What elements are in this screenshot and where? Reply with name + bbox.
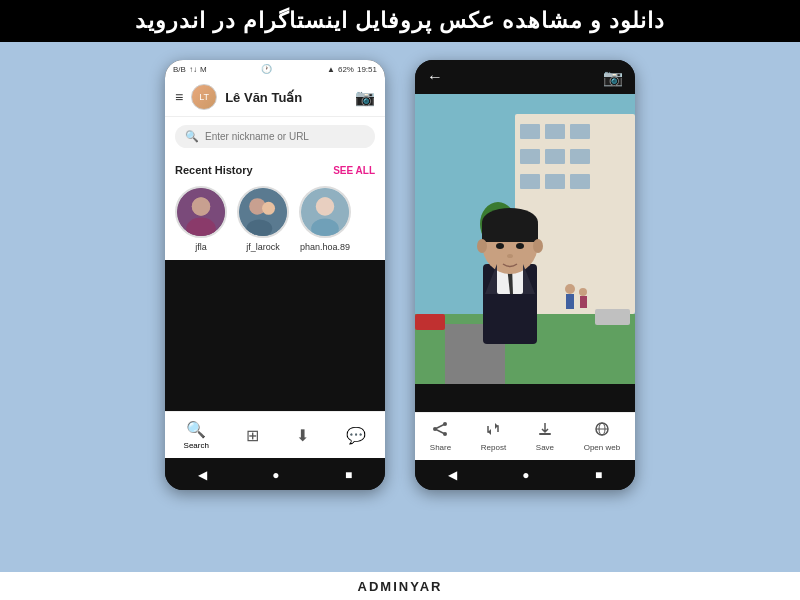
svg-rect-14 — [520, 124, 540, 139]
svg-line-52 — [435, 429, 445, 434]
back-button-left[interactable]: ◀ — [198, 468, 207, 482]
status-icons-right: ▲ 62% 19:51 — [327, 65, 377, 74]
svg-rect-43 — [595, 309, 630, 325]
share-label: Share — [430, 443, 451, 452]
search-nav-label: Search — [184, 441, 209, 450]
svg-rect-47 — [580, 296, 587, 308]
recent-history-label: Recent History — [175, 164, 253, 176]
action-bar-right: Share Repost Save Open web — [415, 412, 635, 460]
username-label: Lê Văn Tuấn — [225, 90, 347, 105]
recents-button-left[interactable]: ■ — [345, 468, 352, 482]
svg-rect-45 — [566, 294, 574, 309]
open-web-action[interactable]: Open web — [584, 421, 620, 452]
web-icon — [594, 421, 610, 441]
svg-line-51 — [435, 424, 445, 429]
menu-icon[interactable]: ≡ — [175, 89, 183, 105]
repost-label: Repost — [481, 443, 506, 452]
time-display: 19:51 — [357, 65, 377, 74]
svg-rect-21 — [545, 174, 565, 189]
page-title: دانلود و مشاهده عکس پروفایل اینستاگرام د… — [0, 0, 800, 42]
recent-history-section: Recent History SEE ALL — [165, 156, 385, 260]
svg-rect-18 — [545, 149, 565, 164]
watermark: ADMINYAR — [0, 572, 800, 600]
nav-search[interactable]: 🔍 Search — [184, 420, 209, 450]
wifi-icon: ▲ — [327, 65, 335, 74]
data-icon: M — [200, 65, 207, 74]
android-nav-right: ◀ ● ■ — [415, 460, 635, 490]
avatar-image — [177, 188, 225, 236]
svg-rect-22 — [570, 174, 590, 189]
search-input[interactable] — [205, 131, 365, 142]
share-action[interactable]: Share — [430, 421, 451, 452]
search-section: 🔍 — [165, 117, 385, 156]
status-bar-left: B/B ↑↓ M 🕐 ▲ 62% 19:51 — [165, 60, 385, 78]
avatar — [175, 186, 227, 238]
see-all-button[interactable]: SEE ALL — [333, 165, 375, 176]
search-icon: 🔍 — [185, 130, 199, 143]
svg-point-7 — [246, 219, 272, 237]
left-phone: B/B ↑↓ M 🕐 ▲ 62% 19:51 ≡ LT Lê Văn Tuấn … — [165, 60, 385, 490]
share-icon — [432, 421, 448, 441]
android-nav-left: ◀ ● ■ — [165, 460, 385, 490]
svg-rect-16 — [570, 124, 590, 139]
app-header-left: ≡ LT Lê Văn Tuấn 📷 — [165, 78, 385, 117]
open-web-label: Open web — [584, 443, 620, 452]
instagram-icon[interactable]: 📷 — [355, 88, 375, 107]
list-item[interactable]: jfla — [175, 186, 227, 252]
history-username: jf_larock — [246, 242, 280, 252]
history-username: phan.hoa.89 — [300, 242, 350, 252]
svg-point-10 — [311, 218, 339, 238]
svg-point-3 — [192, 197, 210, 215]
save-icon — [537, 421, 553, 441]
save-label: Save — [536, 443, 554, 452]
user-avatar: LT — [191, 84, 217, 110]
profile-photo-svg — [415, 94, 635, 384]
svg-rect-15 — [545, 124, 565, 139]
grid-nav-icon: ⊞ — [246, 426, 259, 445]
home-button-right[interactable]: ● — [522, 468, 529, 482]
nav-download[interactable]: ⬇ — [296, 426, 309, 445]
svg-rect-17 — [520, 149, 540, 164]
right-phone: ← 📷 — [415, 60, 635, 490]
instagram-icon-right[interactable]: 📷 — [603, 68, 623, 87]
recents-button-right[interactable]: ■ — [595, 468, 602, 482]
avatar-image — [301, 188, 349, 236]
message-nav-icon: 💬 — [346, 426, 366, 445]
repost-icon — [485, 421, 501, 441]
search-nav-icon: 🔍 — [186, 420, 206, 439]
battery-text: 62% — [338, 65, 354, 74]
home-button-left[interactable]: ● — [272, 468, 279, 482]
svg-point-37 — [507, 254, 513, 258]
svg-rect-20 — [520, 174, 540, 189]
svg-rect-42 — [415, 314, 445, 330]
download-nav-icon: ⬇ — [296, 426, 309, 445]
svg-point-36 — [516, 243, 524, 249]
nav-message[interactable]: 💬 — [346, 426, 366, 445]
repost-action[interactable]: Repost — [481, 421, 506, 452]
svg-point-39 — [533, 239, 543, 253]
svg-point-11 — [317, 197, 334, 214]
nav-grid[interactable]: ⊞ — [246, 426, 259, 445]
history-avatars: jfla — [175, 186, 375, 252]
clock-icon: 🕐 — [261, 64, 272, 74]
svg-point-35 — [496, 243, 504, 249]
save-action[interactable]: Save — [536, 421, 554, 452]
app-body-left: ≡ LT Lê Văn Tuấn 📷 🔍 Recent History SEE … — [165, 78, 385, 260]
back-icon[interactable]: ← — [427, 68, 443, 86]
svg-point-46 — [579, 288, 587, 296]
avatar-image — [239, 188, 287, 236]
back-button-right[interactable]: ◀ — [448, 468, 457, 482]
right-phone-header: ← 📷 — [415, 60, 635, 94]
bottom-nav-left: 🔍 Search ⊞ ⬇ 💬 — [165, 411, 385, 458]
status-icons-left: B/B ↑↓ M — [173, 65, 207, 74]
svg-rect-19 — [570, 149, 590, 164]
network-icon: B/B — [173, 65, 186, 74]
recent-header: Recent History SEE ALL — [175, 164, 375, 176]
svg-point-6 — [262, 202, 275, 215]
svg-point-38 — [477, 239, 487, 253]
list-item[interactable]: phan.hoa.89 — [299, 186, 351, 252]
signal-icon: ↑↓ — [189, 65, 197, 74]
svg-point-44 — [565, 284, 575, 294]
search-wrapper: 🔍 — [175, 125, 375, 148]
list-item[interactable]: jf_larock — [237, 186, 289, 252]
